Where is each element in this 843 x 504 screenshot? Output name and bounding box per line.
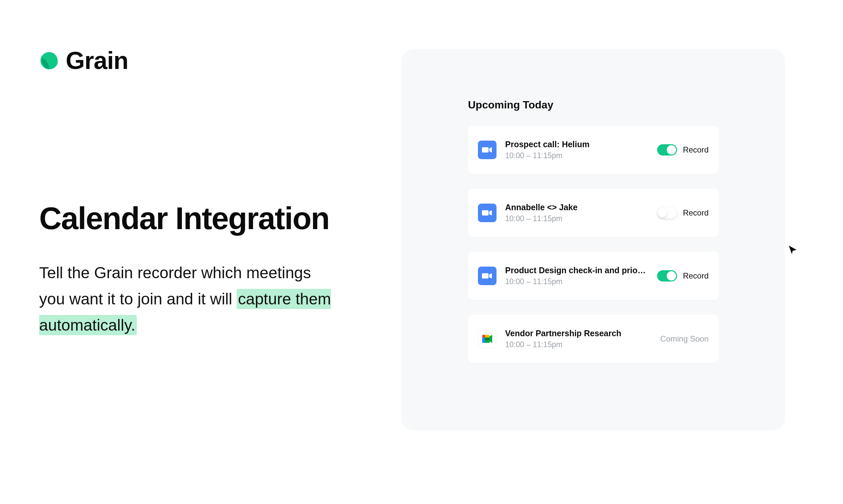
meeting-title: Product Design check-in and prioritiza..… bbox=[505, 266, 648, 275]
meeting-card: Vendor Partnership Research 10:00 – 11:1… bbox=[468, 315, 719, 363]
record-toggle[interactable] bbox=[657, 144, 677, 156]
record-toggle[interactable] bbox=[657, 207, 677, 218]
svg-rect-2 bbox=[482, 273, 488, 278]
svg-rect-0 bbox=[482, 147, 488, 152]
record-label: Record bbox=[683, 145, 709, 155]
meeting-title: Prospect call: Helium bbox=[505, 140, 648, 149]
brand-logo: Grain bbox=[39, 47, 378, 75]
page-subcopy: Tell the Grain recorder which meetings y… bbox=[39, 259, 338, 339]
meeting-title: Vendor Partnership Research bbox=[505, 329, 648, 338]
meeting-time: 10:00 – 11:15pm bbox=[505, 151, 657, 160]
upcoming-panel: Upcoming Today Prospect call: Helium 10:… bbox=[401, 49, 785, 430]
record-toggle[interactable] bbox=[657, 270, 677, 282]
meeting-card: Product Design check-in and prioritiza..… bbox=[468, 252, 719, 300]
record-label: Record bbox=[683, 208, 709, 217]
meeting-time: 10:00 – 11:15pm bbox=[505, 340, 660, 349]
google-meet-icon bbox=[478, 329, 497, 348]
meeting-card: Annabelle <> Jake 10:00 – 11:15pm Record bbox=[468, 189, 719, 237]
svg-rect-1 bbox=[482, 210, 488, 216]
coming-soon-label: Coming Soon bbox=[660, 334, 709, 343]
meeting-title: Annabelle <> Jake bbox=[505, 203, 648, 212]
panel-heading: Upcoming Today bbox=[468, 99, 719, 111]
meeting-time: 10:00 – 11:15pm bbox=[505, 214, 657, 223]
zoom-icon bbox=[478, 141, 497, 159]
meeting-time: 10:00 – 11:15pm bbox=[505, 277, 657, 286]
grain-logo-icon bbox=[39, 51, 59, 71]
cursor-icon bbox=[787, 244, 799, 256]
page-title: Calendar Integration bbox=[39, 201, 378, 236]
meeting-card: Prospect call: Helium 10:00 – 11:15pm Re… bbox=[468, 126, 719, 174]
zoom-icon bbox=[478, 203, 497, 222]
zoom-icon bbox=[478, 267, 497, 285]
record-label: Record bbox=[683, 271, 709, 281]
brand-name: Grain bbox=[66, 47, 128, 75]
